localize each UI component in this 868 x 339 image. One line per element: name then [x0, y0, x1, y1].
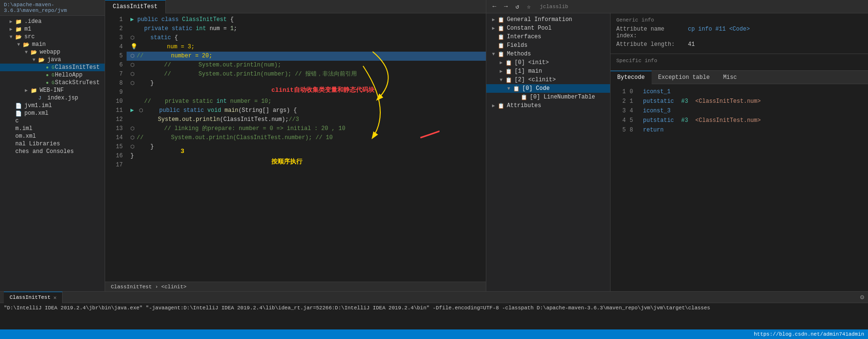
ct-item-clinit[interactable]: ▼ 📋 [2] <clinit> — [486, 76, 610, 84]
sidebar-label-idea: .idea — [24, 18, 42, 25]
attr-length-value: 41 — [688, 41, 695, 48]
sidebar-item-classinitTest[interactable]: ● G ClassInitTest — [0, 64, 105, 71]
ct-item-main[interactable]: ▶ 📋 [1] main — [486, 67, 610, 76]
tree-arrow-webinf: ▶ — [25, 87, 31, 93]
ct-arrow-attributes: ▶ — [492, 103, 498, 109]
editor-wrapper: 1 2 3 4 5 6 7 8 9 10 11 12 13 14 — [105, 13, 486, 291]
sidebar-item-miml[interactable]: m.iml — [0, 125, 105, 132]
attr-name-label: Attribute name index: — [616, 26, 688, 39]
xml-icon-pom: 📄 — [15, 110, 23, 117]
reload-button[interactable]: ↺ — [513, 2, 522, 11]
sidebar-tree: ▶ 📁 .idea ▶ 📁 m1 ▼ 📂 src — [0, 16, 105, 291]
sidebar-item-webinf[interactable]: ▶ 📁 WEB-INF — [0, 87, 105, 94]
sidebar-label-lib: nal Libraries — [15, 141, 60, 147]
ct-item-methods[interactable]: ▼ 📋 Methods — [486, 50, 610, 58]
ct-item-general[interactable]: ▶ 📋 General Information — [486, 15, 610, 24]
run-arrow-11: ▶ — [130, 106, 137, 115]
sidebar-label-hello: HelloApp — [55, 72, 83, 78]
sidebar-item-m1[interactable]: ▶ 📁 m1 — [0, 25, 105, 33]
ct-item-code[interactable]: ▼ 📋 [0] Code — [486, 84, 610, 93]
bc-line-4: 4 5 putstatic #3 <ClassInitTest.num> — [616, 116, 862, 125]
bookmark-button[interactable]: ☆ — [525, 2, 533, 11]
ct-icon-main: 📋 — [505, 68, 513, 75]
code-line-10: // private static int number = 10; — [127, 97, 486, 106]
editor-tab-label: ClassInitTest — [113, 3, 158, 10]
sidebar-label-console: ches and Consoles — [15, 148, 74, 155]
bytecode-tab-exception[interactable]: Exception table — [652, 71, 717, 84]
bytecode-tab-bytecode[interactable]: Bytecode — [611, 71, 652, 84]
ct-label-linenumber: [0] LineNumberTable — [530, 94, 595, 100]
editor-tab-classinit[interactable]: ClassInitTest — [105, 0, 166, 13]
breakpoint-5: ⬡ — [130, 52, 135, 61]
ct-item-fields[interactable]: 📋 Fields — [486, 41, 610, 50]
ct-arrow-init: ▶ — [500, 60, 505, 66]
sidebar-item-idea[interactable]: ▶ 📁 .idea — [0, 18, 105, 25]
ct-arrow-code: ▼ — [507, 86, 513, 91]
specific-info: Specific info — [611, 54, 868, 71]
ct-arrow-cp: ▶ — [492, 25, 498, 31]
sidebar-item-main[interactable]: ▼ 📂 main — [0, 41, 105, 48]
code-line-5: ⬡ // number = 20; — [127, 52, 486, 61]
editor-tabs: ClassInitTest — [105, 0, 486, 13]
bottom-tab-classinit[interactable]: ClassInitTest ✕ — [4, 292, 63, 303]
code-line-4: 💡 num = 3; — [127, 43, 486, 52]
ct-arrow-general: ▶ — [492, 17, 498, 22]
sidebar-path: D:\apache-maven-3.6.3\maven_repo/jvm — [0, 0, 105, 16]
tree-arrow-java: ▼ — [32, 57, 38, 63]
sidebar-item-pomxml[interactable]: 📄 pom.xml — [0, 109, 105, 117]
ct-arrow-main: ▶ — [500, 68, 505, 74]
jsp-icon: J — [38, 95, 46, 101]
sidebar-item-c[interactable]: c — [0, 117, 105, 125]
code-line-3: ⬡ static { — [127, 33, 486, 43]
sidebar-label-miml: m.iml — [15, 125, 32, 132]
ct-item-interfaces[interactable]: 📋 Interfaces — [486, 33, 610, 41]
sidebar-item-webapp[interactable]: ▼ 📂 webapp — [0, 48, 105, 56]
bytecode-tab-misc[interactable]: Misc — [717, 71, 744, 84]
code-line-16: } — [127, 152, 486, 161]
ct-item-constantpool[interactable]: ▶ 📋 Constant Pool — [486, 24, 610, 33]
status-url: https://blog.csdn.net/admin741admin — [754, 331, 864, 337]
code-line-15: ⬡ } — [127, 142, 486, 152]
right-panel: ← → ↺ ☆ jclasslib ▶ 📋 General Informatio… — [486, 0, 868, 291]
sidebar-item-consoles[interactable]: ches and Consoles — [0, 148, 105, 155]
sidebar-item-indexjsp[interactable]: J index.jsp — [0, 94, 105, 102]
ct-label-int: Interfaces — [507, 33, 541, 40]
ct-icon-code: 📋 — [513, 86, 521, 92]
sidebar-item-jvmiml[interactable]: 📄 jvm1.iml — [0, 102, 105, 109]
sidebar-item-src[interactable]: ▼ 📂 src — [0, 33, 105, 41]
back-button[interactable]: ← — [490, 2, 499, 11]
folder-icon-idea: 📁 — [15, 19, 23, 25]
sidebar-item-stackstru[interactable]: ● G StackStruTest — [0, 79, 105, 87]
sidebar-label-classinit: ClassInitTest — [55, 64, 100, 71]
code-line-11: ▶ ⬡ public static void main(String[] arg… — [127, 106, 486, 115]
ct-icon-attributes: 📋 — [498, 103, 505, 109]
sidebar-item-helloapp[interactable]: ● G HelloApp — [0, 71, 105, 79]
java-icon-hello: ● G — [46, 73, 54, 78]
class-tree: ▶ 📋 General Information ▶ 📋 Constant Poo… — [486, 13, 611, 291]
folder-icon-webinf: 📁 — [31, 87, 38, 94]
sidebar-item-omxml[interactable]: om.xml — [0, 132, 105, 140]
attr-length-label: Attribute length: — [616, 41, 688, 48]
sidebar-item-libraries[interactable]: nal Libraries — [0, 140, 105, 148]
ct-label-fields: Fields — [507, 42, 527, 49]
sidebar-label-src: src — [24, 33, 35, 40]
ct-icon-linenumber: 📋 — [521, 94, 528, 100]
code-line-12: System.out.println(ClassInitTest.num);//… — [127, 115, 486, 124]
breakpoint-8: ⬡ — [130, 79, 135, 88]
ct-item-linenumber[interactable]: 📋 [0] LineNumberTable — [486, 93, 610, 101]
code-line-2: private static int num = 1; — [127, 24, 486, 33]
code-line-7: ⬡ // System.out.println(number); // 报错，非… — [127, 70, 486, 79]
lightbulb-4: 💡 — [130, 43, 138, 52]
breakpoint-15: ⬡ — [130, 142, 135, 152]
sidebar-item-java[interactable]: ▼ 📂 java — [0, 56, 105, 64]
bottom-tab-label: ClassInitTest — [10, 295, 51, 300]
bottom-gear-icon[interactable]: ⚙ — [860, 293, 864, 301]
forward-button[interactable]: → — [502, 2, 510, 11]
ct-icon-init: 📋 — [505, 60, 513, 66]
ct-label-general: General Information — [507, 16, 572, 23]
breakpoint-14: ⬡ — [130, 133, 135, 142]
ct-item-init[interactable]: ▶ 📋 [0] <init> — [486, 58, 610, 67]
bottom-tab-close[interactable]: ✕ — [54, 295, 57, 301]
ct-item-attributes[interactable]: ▶ 📋 Attributes — [486, 101, 610, 110]
bc-line-5: 5 8 return — [616, 125, 862, 135]
